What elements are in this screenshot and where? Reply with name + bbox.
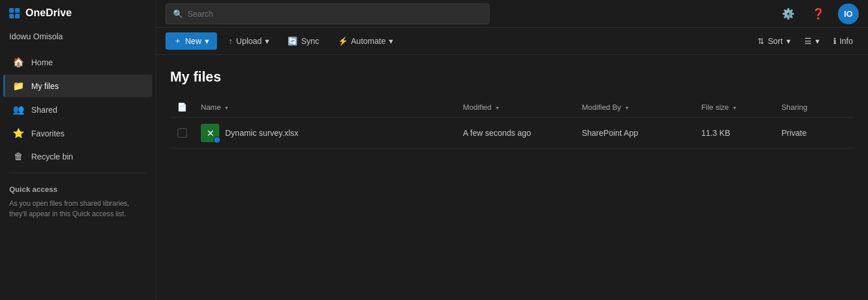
sidebar-item-home[interactable]: 🏠 Home [3,51,152,73]
sidebar-item-my-files[interactable]: 📁 My files [3,75,152,97]
sidebar-item-home-label: Home [31,58,53,67]
sync-button[interactable]: 🔄 Sync [281,33,326,49]
header-file-icon: 📄 [177,102,187,112]
automate-chevron-icon: ▾ [389,36,393,46]
user-name: Idowu Omisola [0,26,156,50]
view-chevron-icon: ▾ [815,36,819,46]
page-title: My files [170,69,854,85]
info-button[interactable]: ℹ Info [827,33,859,49]
sidebar-nav: 🏠 Home 📁 My files 👥 Shared ⭐ Favorites 🗑… [0,50,156,300]
excel-icon: ✕ [207,128,214,139]
shared-icon: 👥 [13,104,24,115]
toolbar: ＋ New ▾ ↑ Upload ▾ 🔄 Sync ⚡ Automate ▾ ⇅… [156,28,868,55]
upload-label: Upload [236,36,262,46]
sort-icon: ⇅ [757,36,764,46]
logo-squares [9,8,20,18]
new-label: New [185,36,201,46]
file-icon: ✕ [201,124,219,142]
col-header-sharing: Sharing [774,97,854,118]
new-chevron-icon: ▾ [205,36,209,46]
info-icon: ℹ [833,36,836,46]
recycle-bin-icon: 🗑 [13,151,24,162]
sync-label: Sync [301,36,319,46]
sync-icon: 🔄 [288,36,297,46]
modified-sort-icon: ▾ [496,105,499,111]
upload-icon: ↑ [229,36,233,46]
row-file-size-cell: 11.3 KB [694,118,774,149]
sidebar-item-favorites-label: Favorites [31,129,65,138]
sidebar: OneDrive Idowu Omisola 🏠 Home 📁 My files… [0,0,156,300]
col-header-modified-by[interactable]: Modified By ▾ [575,97,694,118]
name-sort-icon: ▾ [225,105,228,111]
automate-icon: ⚡ [338,36,348,46]
quick-access-desc: As you open files from shared libraries,… [9,198,146,219]
help-button[interactable]: ❓ [808,3,829,24]
search-bar[interactable]: 🔍 [165,3,490,24]
sort-button[interactable]: ⇅ Sort ▾ [752,33,796,49]
topbar: 🔍 ⚙️ ❓ IO [156,0,868,28]
sidebar-divider [9,173,146,173]
folder-icon: 📁 [13,80,24,91]
avatar[interactable]: IO [838,3,859,24]
home-icon: 🏠 [13,57,24,68]
sidebar-item-my-files-label: My files [31,82,58,91]
main-content: 🔍 ⚙️ ❓ IO ＋ New ▾ ↑ Upload ▾ 🔄 Sync ⚡ Au… [156,0,868,300]
row-sharing-cell: Private [774,118,854,149]
row-checkbox-cell[interactable] [170,118,194,149]
logo-icon [9,8,20,18]
topbar-right: ⚙️ ❓ IO [778,3,859,24]
modifiedby-sort-icon: ▾ [626,105,628,111]
search-icon: 🔍 [173,9,183,18]
col-header-file-size[interactable]: File size ▾ [694,97,774,118]
app-name: OneDrive [25,7,72,19]
table-row[interactable]: ✕ Dynamic survey.xlsx A few seconds ago … [170,118,854,149]
row-modified-cell: A few seconds ago [456,118,575,149]
file-table: 📄 Name ▾ Modified ▾ Modified By ▾ [170,97,854,149]
upload-chevron-icon: ▾ [265,36,269,46]
sidebar-item-recycle-bin-label: Recycle bin [31,152,73,161]
app-logo[interactable]: OneDrive [0,0,156,26]
info-label: Info [840,36,853,46]
sidebar-item-recycle-bin[interactable]: 🗑 Recycle bin [3,146,152,168]
toolbar-right: ⇅ Sort ▾ ☰ ▾ ℹ Info [752,33,859,49]
sidebar-item-shared-label: Shared [31,105,57,114]
col-header-checkbox[interactable]: 📄 [170,97,194,118]
quick-access-section: Quick access As you open files from shar… [0,178,156,226]
file-name[interactable]: Dynamic survey.xlsx [225,128,299,138]
row-checkbox[interactable] [178,128,187,138]
favorites-icon: ⭐ [13,128,24,139]
content-area: My files 📄 Name ▾ Modified ▾ [156,55,868,300]
row-name-cell: ✕ Dynamic survey.xlsx [194,118,456,149]
row-modified-by-cell: SharePoint App [575,118,694,149]
sidebar-item-favorites[interactable]: ⭐ Favorites [3,122,152,145]
filesize-sort-icon: ▾ [733,105,736,111]
file-badge [214,136,220,143]
table-header-row: 📄 Name ▾ Modified ▾ Modified By ▾ [170,97,854,118]
sidebar-item-shared[interactable]: 👥 Shared [3,98,152,121]
settings-button[interactable]: ⚙️ [778,3,799,24]
sort-chevron-icon: ▾ [786,36,790,46]
search-input[interactable] [187,9,482,18]
view-icon: ☰ [804,36,812,46]
automate-label: Automate [351,36,386,46]
sort-label: Sort [768,36,783,46]
quick-access-title: Quick access [9,185,146,194]
new-icon: ＋ [174,36,182,46]
new-button[interactable]: ＋ New ▾ [165,32,217,50]
col-header-name[interactable]: Name ▾ [194,97,456,118]
automate-button[interactable]: ⚡ Automate ▾ [331,33,400,49]
upload-button[interactable]: ↑ Upload ▾ [222,33,276,49]
col-header-modified[interactable]: Modified ▾ [456,97,575,118]
file-table-body: ✕ Dynamic survey.xlsx A few seconds ago … [170,118,854,149]
view-options-button[interactable]: ☰ ▾ [799,33,825,49]
